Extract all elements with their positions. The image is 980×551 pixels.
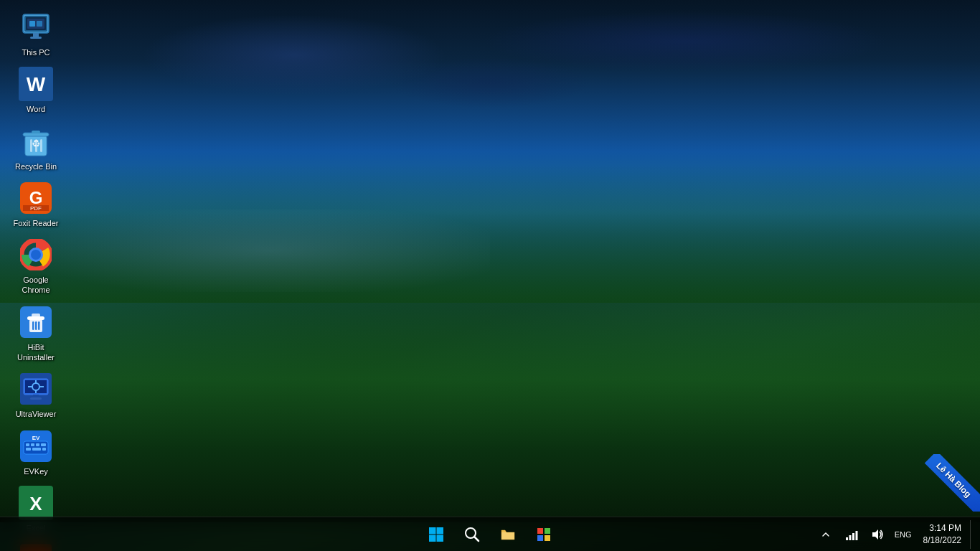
- svg-text:G: G: [29, 188, 43, 207]
- desktop-icon-word[interactable]: W Word: [7, 64, 65, 117]
- hibit-uninstaller-icon: [19, 305, 53, 339]
- background-city-lights: [49, 209, 490, 292]
- recycle-bin-icon: ♻: [19, 124, 53, 159]
- svg-rect-6: [33, 33, 39, 37]
- word-icon: W: [19, 67, 53, 101]
- taskbar-center: [420, 519, 560, 550]
- volume-button[interactable]: [866, 523, 889, 546]
- clock-display[interactable]: 3:14 PM 8/18/2022: [918, 522, 967, 547]
- evkey-icon: EV: [19, 429, 53, 463]
- svg-rect-48: [32, 448, 41, 451]
- svg-rect-5: [37, 21, 42, 27]
- language-button[interactable]: ENG: [892, 523, 915, 546]
- search-icon: [464, 527, 480, 542]
- svg-rect-43: [26, 443, 29, 446]
- svg-line-60: [474, 537, 479, 541]
- svg-rect-40: [30, 397, 42, 400]
- svg-rect-30: [38, 321, 40, 330]
- date-display: 8/18/2022: [923, 534, 961, 547]
- folder-icon: [500, 527, 516, 542]
- ultraviewer-icon: [19, 372, 53, 406]
- svg-rect-7: [30, 37, 42, 39]
- word-label: Word: [27, 104, 45, 114]
- svg-text:PDF: PDF: [30, 205, 42, 212]
- store-icon: [536, 527, 552, 542]
- evkey-label: EVKey: [24, 466, 48, 476]
- desktop-icon-recycle-bin[interactable]: ♻ Recycle Bin: [7, 121, 65, 174]
- desktop-icon-ultraviewer[interactable]: UltraViewer: [7, 369, 65, 422]
- watermark-container: Lê Hà Blog: [894, 454, 980, 512]
- search-button[interactable]: [456, 519, 488, 550]
- svg-marker-69: [872, 529, 878, 540]
- desktop-icon-hibit-uninstaller[interactable]: HiBit Uninstaller: [7, 302, 65, 366]
- volume-icon: [871, 528, 884, 541]
- svg-rect-64: [545, 535, 550, 541]
- svg-rect-58: [437, 534, 444, 542]
- svg-rect-61: [537, 528, 543, 534]
- svg-rect-39: [33, 395, 39, 397]
- svg-rect-4: [29, 21, 35, 27]
- svg-rect-49: [42, 448, 46, 451]
- hibit-uninstaller-label: HiBit Uninstaller: [10, 342, 62, 363]
- recycle-bin-label: Recycle Bin: [15, 161, 57, 171]
- desktop-icon-foxit-reader[interactable]: G PDF Foxit Reader: [7, 178, 65, 231]
- svg-rect-57: [429, 534, 436, 542]
- foxit-reader-icon: G PDF: [19, 181, 53, 215]
- svg-rect-56: [437, 527, 444, 534]
- svg-text:X: X: [29, 493, 42, 514]
- svg-rect-62: [545, 528, 550, 534]
- svg-rect-65: [846, 537, 848, 540]
- ultraviewer-label: UltraViewer: [16, 409, 57, 419]
- google-chrome-icon: [19, 237, 53, 272]
- svg-rect-68: [855, 531, 857, 540]
- svg-text:♻: ♻: [32, 138, 41, 149]
- svg-rect-46: [41, 443, 46, 446]
- svg-rect-47: [26, 448, 31, 451]
- this-pc-icon: [19, 10, 53, 44]
- desktop-icons-container: This PC W Word: [0, 0, 72, 515]
- file-explorer-button[interactable]: [492, 519, 524, 550]
- chevron-up-icon: [821, 530, 830, 539]
- watermark-text: Lê Hà Blog: [925, 454, 980, 512]
- network-icon: [845, 528, 858, 541]
- svg-rect-63: [537, 535, 543, 541]
- desktop: This PC W Word: [0, 0, 980, 551]
- system-tray: ENG 3:14 PM 8/18/2022: [814, 520, 980, 549]
- google-chrome-label: Google Chrome: [10, 275, 62, 296]
- show-desktop-button[interactable]: [970, 520, 974, 549]
- desktop-icon-evkey[interactable]: EV EVKey: [7, 426, 65, 479]
- taskbar: ENG 3:14 PM 8/18/2022: [0, 517, 980, 551]
- excel-icon: X: [19, 486, 53, 520]
- desktop-icon-this-pc[interactable]: This PC: [7, 7, 65, 60]
- this-pc-label: This PC: [22, 47, 50, 57]
- svg-rect-27: [32, 314, 40, 317]
- svg-rect-44: [31, 443, 34, 446]
- windows-logo-icon: [428, 526, 445, 543]
- svg-rect-66: [849, 535, 851, 540]
- svg-rect-29: [35, 321, 37, 330]
- network-button[interactable]: [840, 523, 863, 546]
- tray-overflow-button[interactable]: [814, 523, 837, 546]
- svg-rect-28: [32, 321, 34, 330]
- time-display: 3:14 PM: [923, 522, 961, 534]
- svg-rect-55: [429, 527, 436, 534]
- start-button[interactable]: [420, 519, 452, 550]
- foxit-reader-label: Foxit Reader: [14, 218, 59, 228]
- svg-rect-12: [32, 131, 40, 133]
- svg-rect-45: [36, 443, 39, 446]
- svg-text:W: W: [27, 73, 46, 95]
- svg-rect-67: [852, 533, 854, 540]
- microsoft-store-button[interactable]: [528, 519, 560, 550]
- svg-point-23: [31, 250, 41, 260]
- desktop-icon-google-chrome[interactable]: Google Chrome: [7, 235, 65, 298]
- svg-text:EV: EV: [32, 435, 40, 441]
